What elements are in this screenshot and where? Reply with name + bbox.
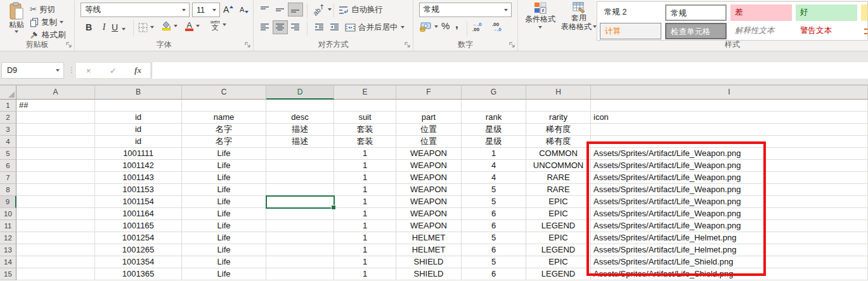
cell-B8[interactable]: 1001153 <box>95 184 182 196</box>
cell-E15[interactable]: 1 <box>334 268 396 280</box>
cell-A13[interactable] <box>16 244 95 256</box>
cell-C9[interactable]: Life <box>182 196 266 208</box>
increase-decimal-button[interactable]: ←.0 .00 <box>472 21 482 34</box>
cell-style-good[interactable]: 好 <box>796 4 857 21</box>
cell-C5[interactable]: Life <box>182 148 266 160</box>
cell-B3[interactable]: id <box>95 124 182 136</box>
cell-A8[interactable] <box>16 184 95 196</box>
cell-I7[interactable]: Assets/Sprites/Artifact/Life_Weapon.png <box>591 172 868 184</box>
insert-function-icon[interactable]: fx <box>126 65 150 75</box>
cell-I12[interactable]: Assets/Sprites/Artifact/Life_Helmet.png <box>591 232 868 244</box>
merge-center-button[interactable]: 合并后居中 <box>345 21 405 34</box>
cell-B9[interactable]: 1001154 <box>95 196 182 208</box>
cell-style-total_partial[interactable] <box>861 23 868 39</box>
cell-B11[interactable]: 1001165 <box>95 220 182 232</box>
cell-H10[interactable]: EPIC <box>526 208 591 220</box>
cell-D10[interactable] <box>266 208 334 220</box>
cell-I15[interactable]: Assets/Sprites/Artifact/Life_Shield.png <box>591 268 868 280</box>
cell-E7[interactable]: 1 <box>334 172 396 184</box>
cell-style-bad[interactable]: 差 <box>730 4 792 21</box>
column-header-A[interactable]: A <box>16 86 95 100</box>
cell-G12[interactable]: 5 <box>462 232 526 244</box>
cell-B4[interactable]: id <box>95 136 182 148</box>
cell-C11[interactable]: Life <box>182 220 266 232</box>
row-header-4[interactable]: 4 <box>0 136 16 148</box>
cell-F3[interactable]: 位置 <box>396 124 462 136</box>
number-format-combo[interactable]: 常规 <box>419 3 512 17</box>
font-color-button[interactable]: A <box>185 20 200 32</box>
cell-H8[interactable]: RARE <box>526 184 591 196</box>
cell-A14[interactable] <box>16 256 95 268</box>
cell-C2[interactable]: name <box>182 112 266 124</box>
cell-F14[interactable]: SHIELD <box>396 256 462 268</box>
cell-E5[interactable]: 1 <box>334 148 396 160</box>
column-header-D[interactable]: D <box>266 86 334 100</box>
column-header-C[interactable]: C <box>182 86 266 100</box>
cell-I4[interactable] <box>591 136 868 148</box>
cell-style-normal[interactable]: 常规 <box>665 4 727 21</box>
row-header-14[interactable]: 14 <box>0 256 16 268</box>
cell-A3[interactable] <box>16 124 95 136</box>
cell-A1[interactable]: ## <box>16 100 95 112</box>
underline-dropdown-arrow[interactable] <box>122 23 126 36</box>
cell-A5[interactable] <box>16 148 95 160</box>
cell-H6[interactable]: UNCOMMON <box>526 160 591 172</box>
cell-G6[interactable]: 4 <box>462 160 526 172</box>
cell-D8[interactable] <box>266 184 334 196</box>
row-header-6[interactable]: 6 <box>0 160 16 172</box>
font-size-combo[interactable]: 11 <box>192 3 220 17</box>
row-header-9[interactable]: 9 <box>0 196 16 208</box>
cell-D11[interactable] <box>266 220 334 232</box>
borders-button[interactable] <box>138 21 154 34</box>
align-right-button[interactable] <box>288 20 303 34</box>
cell-D5[interactable] <box>266 148 334 160</box>
row-header-2[interactable]: 2 <box>0 112 16 124</box>
italic-button[interactable]: I <box>96 20 112 34</box>
cell-C12[interactable]: Life <box>182 232 266 244</box>
cell-D12[interactable] <box>266 232 334 244</box>
cell-style-calc[interactable]: 计算 <box>600 23 661 39</box>
select-all-corner[interactable] <box>0 86 16 100</box>
increase-font-size-button[interactable]: A <box>223 3 233 16</box>
paste-dropdown-arrow[interactable] <box>15 30 18 33</box>
cell-C3[interactable]: 名字 <box>182 124 266 136</box>
cell-G2[interactable]: rank <box>462 112 526 124</box>
clipboard-dialog-launcher[interactable] <box>65 41 72 48</box>
cell-H1[interactable] <box>526 100 591 112</box>
cell-F10[interactable]: WEAPON <box>396 208 462 220</box>
cell-G10[interactable]: 6 <box>462 208 526 220</box>
cell-G1[interactable] <box>462 100 526 112</box>
cut-button[interactable]: ✂ 剪切 <box>30 3 55 16</box>
cell-E2[interactable]: suit <box>334 112 396 124</box>
cell-A12[interactable] <box>16 232 95 244</box>
cell-G7[interactable]: 4 <box>462 172 526 184</box>
cell-C6[interactable]: Life <box>182 160 266 172</box>
cell-I13[interactable]: Assets/Sprites/Artifact/Life_Helmet.png <box>591 244 868 256</box>
align-top-button[interactable] <box>257 3 273 16</box>
cell-D1[interactable] <box>266 100 334 112</box>
cell-D15[interactable] <box>266 268 334 280</box>
cell-G5[interactable]: 1 <box>462 148 526 160</box>
column-header-B[interactable]: B <box>95 86 182 100</box>
row-header-11[interactable]: 11 <box>0 220 16 232</box>
row-header-13[interactable]: 13 <box>0 244 16 256</box>
cell-B1[interactable] <box>95 100 182 112</box>
cell-A2[interactable] <box>16 112 95 124</box>
cell-E12[interactable]: 1 <box>334 232 396 244</box>
cell-H15[interactable]: LEGEND <box>526 268 591 280</box>
cell-D4[interactable]: 描述 <box>266 136 334 148</box>
fill-color-button[interactable] <box>161 20 178 32</box>
wrap-text-button[interactable]: 自动换行 <box>339 3 383 16</box>
cell-G13[interactable]: 6 <box>462 244 526 256</box>
align-center-button[interactable] <box>273 20 288 34</box>
column-header-E[interactable]: E <box>334 86 396 100</box>
cell-F9[interactable]: WEAPON <box>396 196 462 208</box>
accounting-format-button[interactable] <box>419 20 438 33</box>
paste-button[interactable]: 粘贴 <box>4 2 29 42</box>
cell-F7[interactable]: WEAPON <box>396 172 462 184</box>
cell-D9[interactable] <box>266 196 334 208</box>
cell-H12[interactable]: EPIC <box>526 232 591 244</box>
cell-A4[interactable] <box>16 136 95 148</box>
font-name-combo[interactable]: 等线 <box>81 3 190 17</box>
orientation-button[interactable]: ab↗ <box>312 3 332 16</box>
